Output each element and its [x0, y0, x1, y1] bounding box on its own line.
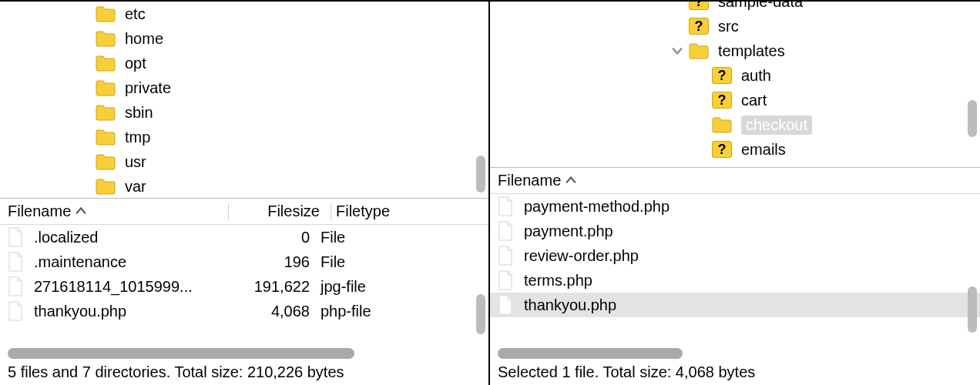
tree-row[interactable]: etc — [0, 2, 488, 26]
local-list-body[interactable]: .localized0File .maintenance196File 2716… — [0, 225, 488, 343]
file-name: terms.php — [524, 272, 592, 290]
file-icon — [498, 295, 515, 315]
file-size: 4,068 — [223, 303, 316, 320]
file-name: review-order.php — [524, 247, 639, 265]
col-filesize-label: Filesize — [267, 203, 320, 220]
chevron-down-icon[interactable] — [670, 44, 684, 58]
file-size: 196 — [223, 253, 316, 271]
unknown-folder-icon: ? — [689, 0, 709, 10]
local-list-header[interactable]: Filename Filesize Filetype — [0, 199, 488, 225]
sort-caret-icon — [76, 206, 86, 217]
tree-row-label: private — [125, 79, 171, 97]
local-tree[interactable]: etc home opt private sbin tmp usr var — [0, 0, 488, 199]
col-filename-label: Filename — [498, 172, 561, 189]
tree-row[interactable]: var — [0, 174, 488, 199]
tree-row-label: checkout — [741, 116, 812, 135]
folder-icon — [689, 42, 709, 59]
file-row[interactable]: thankyou.php4,068php-file — [0, 299, 488, 323]
tree-row-label: etc — [125, 5, 146, 23]
remote-file-list: Filename payment-method.php payment.php … — [490, 168, 980, 385]
file-row[interactable]: payment.php — [490, 219, 980, 243]
file-size: 191,622 — [223, 278, 316, 296]
file-icon — [498, 270, 515, 290]
column-separator[interactable] — [228, 203, 229, 220]
col-filetype[interactable]: Filetype — [336, 203, 459, 220]
file-icon — [8, 276, 25, 296]
tree-row-label: tmp — [125, 129, 150, 146]
file-name: .maintenance — [34, 253, 126, 271]
file-type: File — [316, 229, 439, 246]
local-file-list: Filename Filesize Filetype .localized0Fi… — [0, 199, 488, 385]
col-filename[interactable]: Filename — [8, 203, 223, 220]
remote-hscrollbar[interactable] — [498, 348, 972, 359]
col-filename-label: Filename — [8, 203, 71, 220]
tree-row[interactable]: ?auth — [490, 63, 980, 88]
tree-row-label: templates — [718, 42, 785, 60]
column-separator[interactable] — [331, 203, 331, 220]
remote-tree[interactable]: ?sample-data?src templates?auth?cart che… — [490, 0, 980, 168]
tree-row[interactable]: sbin — [0, 100, 488, 125]
local-hscrollbar[interactable] — [8, 348, 481, 359]
tree-row[interactable]: tmp — [0, 125, 488, 149]
file-type: php-file — [316, 303, 439, 320]
file-name: thankyou.php — [34, 303, 126, 320]
tree-row[interactable]: ?src — [490, 14, 980, 38]
tree-row[interactable]: home — [0, 26, 488, 51]
file-name: payment-method.php — [524, 198, 670, 216]
tree-row-label: usr — [125, 153, 146, 171]
file-type: jpg-file — [316, 278, 439, 296]
tree-row-label: opt — [125, 55, 146, 72]
local-status: 5 files and 7 directories. Total size: 2… — [0, 362, 488, 385]
file-row[interactable]: payment-method.php — [490, 194, 980, 219]
remote-pane: ?sample-data?src templates?auth?cart che… — [490, 0, 980, 385]
tree-row[interactable]: usr — [0, 149, 488, 174]
remote-tree-scrollbar[interactable] — [968, 100, 977, 137]
remote-status: Selected 1 file. Total size: 4,068 bytes — [490, 362, 980, 385]
tree-row-label: cart — [741, 92, 767, 109]
remote-list-scrollbar[interactable] — [968, 286, 977, 333]
folder-icon — [96, 153, 116, 170]
tree-row-label: src — [718, 18, 739, 35]
tree-row[interactable]: private — [0, 75, 488, 100]
file-row[interactable]: terms.php — [490, 268, 980, 293]
unknown-folder-icon: ? — [712, 67, 732, 84]
sort-caret-icon — [566, 176, 576, 186]
tree-row[interactable]: opt — [0, 51, 488, 75]
remote-list-body[interactable]: payment-method.php payment.php review-or… — [490, 194, 980, 343]
tree-row-label: sbin — [125, 104, 153, 122]
unknown-folder-icon: ? — [712, 141, 732, 158]
tree-row-label: auth — [741, 67, 771, 85]
file-row[interactable]: .maintenance196File — [0, 249, 488, 274]
col-filetype-label: Filetype — [336, 203, 390, 220]
tree-row[interactable]: templates — [490, 38, 980, 63]
tree-row-label: emails — [741, 141, 786, 159]
local-tree-scrollbar[interactable] — [476, 156, 485, 192]
col-filename[interactable]: Filename — [498, 172, 713, 189]
folder-icon — [96, 79, 116, 96]
folder-icon — [96, 30, 116, 47]
file-row[interactable]: thankyou.php — [490, 293, 980, 317]
file-icon — [498, 246, 515, 266]
file-icon — [498, 221, 515, 241]
tree-row[interactable]: ?sample-data — [490, 0, 980, 14]
file-row[interactable]: .localized0File — [0, 225, 488, 249]
file-size: 0 — [223, 229, 316, 246]
file-icon — [8, 252, 25, 272]
tree-row-label: var — [125, 178, 146, 196]
file-name: 271618114_1015999... — [34, 278, 193, 296]
file-icon — [8, 227, 25, 247]
file-row[interactable]: 271618114_1015999...191,622jpg-file — [0, 274, 488, 299]
file-name: payment.php — [524, 223, 613, 240]
local-list-scrollbar[interactable] — [476, 294, 485, 334]
col-filesize[interactable]: Filesize — [233, 203, 326, 220]
file-row[interactable]: review-order.php — [490, 243, 980, 268]
file-type: File — [316, 253, 439, 271]
folder-icon — [712, 116, 732, 133]
tree-row-label: sample-data — [718, 0, 803, 11]
remote-list-header[interactable]: Filename — [490, 168, 980, 194]
file-icon — [8, 301, 25, 321]
tree-row[interactable]: checkout — [490, 112, 980, 137]
tree-row[interactable]: ?emails — [490, 137, 980, 162]
tree-row[interactable]: ?cart — [490, 88, 980, 112]
folder-icon — [96, 55, 116, 72]
